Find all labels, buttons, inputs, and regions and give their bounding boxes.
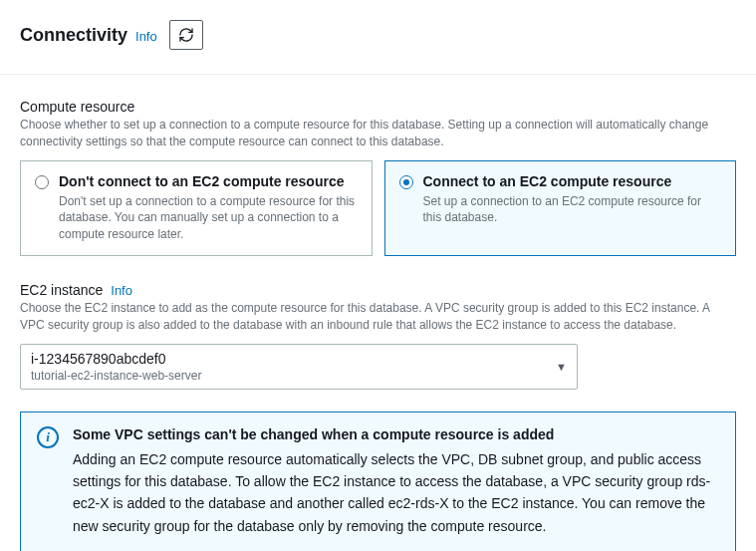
ec2-selected-name: tutorial-ec2-instance-web-server (31, 369, 201, 383)
alert-text: Adding an EC2 compute resource automatic… (73, 448, 719, 538)
connectivity-info-link[interactable]: Info (135, 29, 157, 44)
page-title: Connectivity Info (20, 25, 157, 46)
option-dont-connect-ec2[interactable]: Don't connect to an EC2 compute resource… (20, 160, 373, 256)
radio-icon (35, 175, 49, 189)
refresh-button[interactable] (169, 20, 203, 50)
option-desc: Set up a connection to an EC2 compute re… (423, 193, 722, 227)
compute-resource-desc: Choose whether to set up a connection to… (20, 117, 736, 150)
page-title-text: Connectivity (20, 25, 127, 46)
radio-icon (399, 175, 413, 189)
option-connect-ec2[interactable]: Connect to an EC2 compute resource Set u… (384, 160, 737, 256)
vpc-settings-info-alert: i Some VPC settings can't be changed whe… (20, 412, 736, 551)
option-title: Don't connect to an EC2 compute resource (59, 173, 358, 189)
info-icon: i (37, 426, 59, 448)
alert-title: Some VPC settings can't be changed when … (73, 426, 719, 442)
refresh-icon (178, 27, 194, 43)
ec2-instance-label: EC2 instance (20, 282, 103, 298)
ec2-instance-select[interactable]: i-1234567890abcdef0 tutorial-ec2-instanc… (20, 344, 578, 390)
option-title: Connect to an EC2 compute resource (423, 173, 722, 189)
compute-resource-label: Compute resource (20, 99, 736, 115)
ec2-instance-desc: Choose the EC2 instance to add as the co… (20, 300, 736, 334)
chevron-down-icon: ▼ (556, 361, 567, 373)
option-desc: Don't set up a connection to a compute r… (59, 193, 358, 243)
compute-resource-options: Don't connect to an EC2 compute resource… (20, 160, 736, 256)
ec2-selected-id: i-1234567890abcdef0 (31, 351, 201, 367)
ec2-instance-info-link[interactable]: Info (111, 283, 132, 298)
